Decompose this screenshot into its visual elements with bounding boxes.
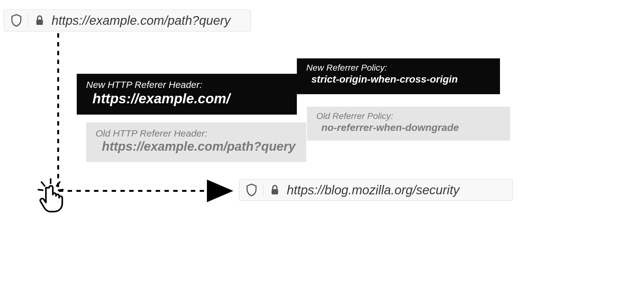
- address-bar-divider: [28, 13, 28, 27]
- destination-address-bar: https://blog.mozilla.org/security: [239, 179, 513, 201]
- new-http-referer-box: New HTTP Referer Header: https://example…: [77, 74, 297, 115]
- old-referrer-policy-box: Old Referrer Policy: no-referrer-when-do…: [307, 107, 510, 141]
- destination-url: https://blog.mozilla.org/security: [287, 183, 459, 197]
- svg-line-4: [42, 182, 45, 186]
- lock-icon: [270, 184, 280, 196]
- lock-icon: [35, 15, 45, 26]
- new-referrer-policy-value: strict-origin-when-cross-origin: [306, 73, 491, 85]
- new-referrer-policy-box: New Referrer Policy: strict-origin-when-…: [297, 58, 500, 94]
- svg-line-7: [58, 190, 63, 190]
- click-cursor-icon: [36, 178, 65, 213]
- address-bar-divider: [263, 183, 264, 197]
- new-http-referer-value: https://example.com/: [86, 91, 287, 106]
- old-http-referer-box: Old HTTP Referer Header: https://example…: [86, 122, 306, 162]
- origin-address-bar: https://example.com/path?query: [4, 9, 251, 31]
- svg-rect-2: [272, 189, 278, 194]
- old-referrer-policy-label: Old Referrer Policy:: [316, 111, 501, 121]
- svg-line-5: [57, 182, 60, 186]
- old-http-referer-label: Old HTTP Referer Header:: [96, 128, 297, 139]
- old-referrer-policy-value: no-referrer-when-downgrade: [316, 122, 501, 133]
- shield-icon: [11, 14, 22, 27]
- old-http-referer-value: https://example.com/path?query: [96, 139, 297, 154]
- new-http-referer-label: New HTTP Referer Header:: [86, 79, 287, 90]
- svg-line-6: [38, 190, 43, 190]
- origin-url: https://example.com/path?query: [52, 13, 230, 28]
- svg-rect-1: [36, 19, 43, 25]
- new-referrer-policy-label: New Referrer Policy:: [306, 63, 491, 73]
- shield-icon: [246, 184, 257, 196]
